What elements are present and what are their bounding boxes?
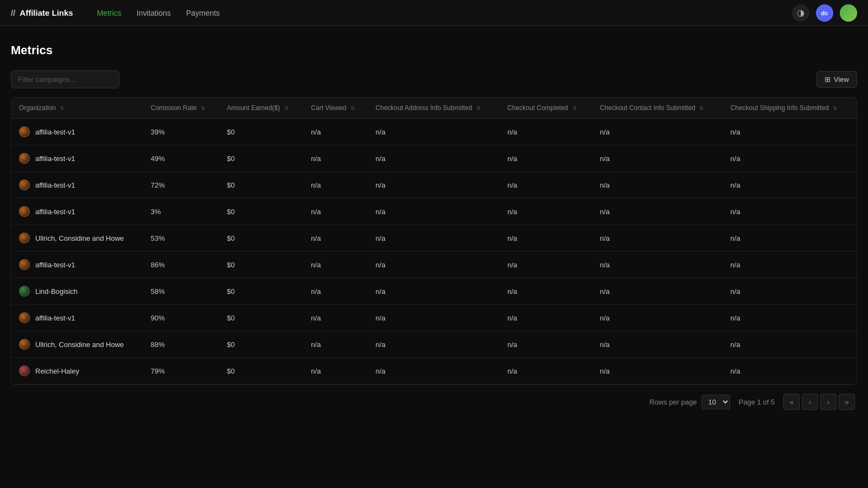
shipping-submitted-cell: n/a	[723, 145, 857, 172]
first-page-button[interactable]: «	[783, 394, 800, 410]
org-name: Ullrich, Considine and Howe	[35, 341, 124, 349]
contact-submitted-cell: n/a	[592, 358, 723, 384]
shipping-submitted-cell: n/a	[723, 198, 857, 225]
view-icon: ⊞	[825, 75, 831, 84]
brand[interactable]: // Affiliate Links	[11, 8, 73, 17]
cart-viewed-cell: n/a	[303, 198, 368, 225]
nav-metrics[interactable]: Metrics	[91, 5, 128, 21]
rows-per-page-label: Rows per page	[649, 398, 697, 406]
checkout-completed-cell: n/a	[500, 358, 592, 384]
checkout-completed-cell: n/a	[500, 119, 592, 145]
checkout-completed-cell: n/a	[500, 198, 592, 225]
toolbar: ⊞ View	[11, 70, 857, 88]
cart-viewed-cell: n/a	[303, 305, 368, 331]
next-page-button[interactable]: ›	[820, 394, 837, 410]
nav-payments[interactable]: Payments	[180, 5, 226, 21]
prev-page-button[interactable]: ‹	[802, 394, 818, 410]
earned-cell: $0	[219, 172, 303, 198]
table-row: Lind-Bogisich 58% $0 n/a n/a n/a n/a n/a	[11, 278, 857, 305]
contact-submitted-cell: n/a	[592, 198, 723, 225]
shipping-submitted-cell: n/a	[723, 358, 857, 384]
org-color-dot	[19, 339, 30, 350]
cart-viewed-cell: n/a	[303, 145, 368, 172]
rows-per-page-select[interactable]: 10 25 50	[701, 395, 730, 409]
commission-cell: 39%	[143, 119, 219, 145]
shipping-submitted-cell: n/a	[723, 225, 857, 252]
table-row: affilia-test-v1 86% $0 n/a n/a n/a n/a n…	[11, 252, 857, 278]
table-header: Organization ⇅ Comission Rate ⇅ Amount E…	[11, 98, 857, 119]
org-color-dot	[19, 286, 30, 297]
view-button[interactable]: ⊞ View	[816, 71, 857, 88]
col-cart[interactable]: Cart Viewed ⇅	[303, 98, 368, 119]
org-name: affilia-test-v1	[35, 261, 75, 269]
cart-viewed-cell: n/a	[303, 172, 368, 198]
shipping-submitted-cell: n/a	[723, 278, 857, 305]
table-row: affilia-test-v1 39% $0 n/a n/a n/a n/a n…	[11, 119, 857, 145]
filter-input[interactable]	[11, 70, 119, 88]
checkout-completed-cell: n/a	[500, 331, 592, 358]
earned-cell: $0	[219, 119, 303, 145]
contact-submitted-cell: n/a	[592, 172, 723, 198]
table-row: affilia-test-v1 49% $0 n/a n/a n/a n/a n…	[11, 145, 857, 172]
theme-icon: ◑	[797, 8, 805, 18]
commission-cell: 49%	[143, 145, 219, 172]
sort-icon: ⇅	[284, 105, 289, 111]
contact-submitted-cell: n/a	[592, 278, 723, 305]
navbar: // Affiliate Links Metrics Invitations P…	[0, 0, 868, 26]
sort-icon: ⇅	[350, 105, 355, 111]
earned-cell: $0	[219, 145, 303, 172]
col-addr[interactable]: Checkout Address Info Submitted ⇅	[368, 98, 500, 119]
rows-per-page-control: Rows per page 10 25 50	[649, 395, 730, 409]
last-page-button[interactable]: »	[839, 394, 855, 410]
sort-icon: ⇅	[572, 105, 577, 111]
col-contact[interactable]: Checkout Contact Info Submitted ⇅	[592, 98, 723, 119]
cart-viewed-cell: n/a	[303, 331, 368, 358]
org-cell: affilia-test-v1	[11, 198, 143, 225]
org-cell: Lind-Bogisich	[11, 278, 143, 305]
col-earned[interactable]: Amount Earned($) ⇅	[219, 98, 303, 119]
nav-links: Metrics Invitations Payments	[91, 5, 792, 21]
earned-cell: $0	[219, 225, 303, 252]
address-submitted-cell: n/a	[368, 358, 500, 384]
table-row: affilia-test-v1 72% $0 n/a n/a n/a n/a n…	[11, 172, 857, 198]
org-color-dot	[19, 206, 30, 217]
cart-viewed-cell: n/a	[303, 358, 368, 384]
checkout-completed-cell: n/a	[500, 252, 592, 278]
org-color-dot	[19, 153, 30, 164]
cart-viewed-cell: n/a	[303, 225, 368, 252]
address-submitted-cell: n/a	[368, 198, 500, 225]
org-color-dot	[19, 312, 30, 323]
shipping-submitted-cell: n/a	[723, 119, 857, 145]
discord-button[interactable]: dc	[816, 4, 833, 22]
col-shipping[interactable]: Checkout Shipping Info Submitted ⇅	[723, 98, 857, 119]
commission-cell: 86%	[143, 252, 219, 278]
address-submitted-cell: n/a	[368, 305, 500, 331]
col-completed[interactable]: Checkout Completed ⇅	[500, 98, 592, 119]
earned-cell: $0	[219, 198, 303, 225]
metrics-table: Organization ⇅ Comission Rate ⇅ Amount E…	[11, 98, 857, 384]
sort-icon: ⇅	[201, 105, 205, 111]
org-color-dot	[19, 179, 30, 190]
table-row: Ullrich, Considine and Howe 53% $0 n/a n…	[11, 225, 857, 252]
table-row: affilia-test-v1 90% $0 n/a n/a n/a n/a n…	[11, 305, 857, 331]
theme-toggle-button[interactable]: ◑	[792, 4, 809, 22]
pagination: Rows per page 10 25 50 Page 1 of 5 « ‹ ›…	[11, 385, 857, 412]
address-submitted-cell: n/a	[368, 331, 500, 358]
commission-cell: 79%	[143, 358, 219, 384]
slash-icon: //	[11, 8, 15, 17]
table-row: Ullrich, Considine and Howe 88% $0 n/a n…	[11, 331, 857, 358]
nav-invitations[interactable]: Invitations	[130, 5, 177, 21]
shipping-submitted-cell: n/a	[723, 331, 857, 358]
sort-icon: ⇅	[476, 105, 481, 111]
checkout-completed-cell: n/a	[500, 172, 592, 198]
col-organization[interactable]: Organization ⇅	[11, 98, 143, 119]
navbar-right: ◑ dc	[792, 4, 857, 22]
shipping-submitted-cell: n/a	[723, 172, 857, 198]
avatar[interactable]	[840, 4, 857, 22]
org-cell: Ullrich, Considine and Howe	[11, 225, 143, 252]
table-row: affilia-test-v1 3% $0 n/a n/a n/a n/a n/…	[11, 198, 857, 225]
col-commission[interactable]: Comission Rate ⇅	[143, 98, 219, 119]
cart-viewed-cell: n/a	[303, 252, 368, 278]
page-info: Page 1 of 5	[739, 398, 775, 406]
org-name: Reichel-Haley	[35, 367, 79, 375]
